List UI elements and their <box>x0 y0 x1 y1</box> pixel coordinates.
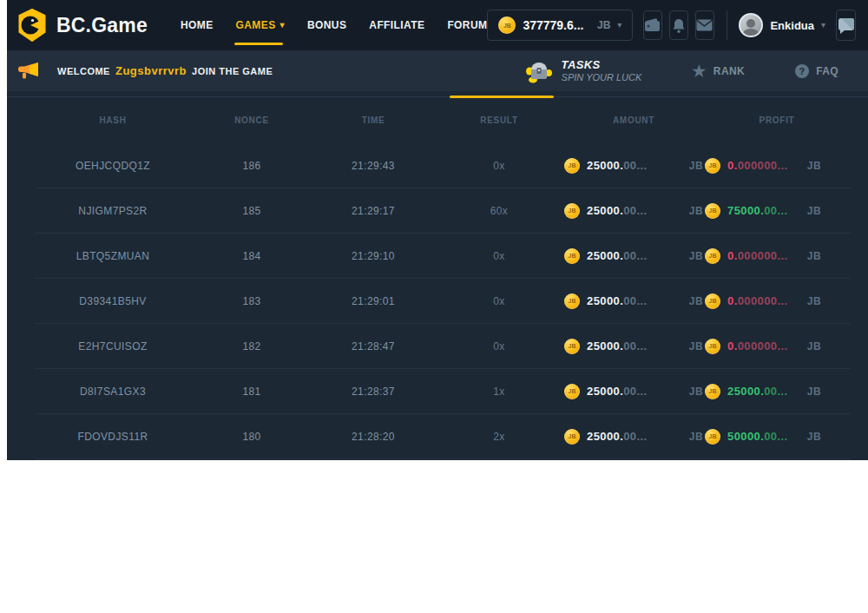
wallet-icon <box>644 17 661 33</box>
bet-nonce: 185 <box>191 205 312 217</box>
main-menu: HOME GAMES ▾ BONUS AFFILIATE FORUM <box>181 0 487 50</box>
star-icon: ★ <box>692 63 707 79</box>
wallet-button[interactable] <box>643 10 662 40</box>
tasks-button[interactable]: TASKS SPIN YOUR LUCK <box>525 59 642 83</box>
profit-int: 0. <box>727 339 738 353</box>
bet-result: 0x <box>434 295 564 307</box>
coin-letters: JB <box>569 343 576 349</box>
chat-toggle-button[interactable] <box>836 10 856 41</box>
bet-nonce: 184 <box>191 250 312 262</box>
nav-item-home[interactable]: HOME <box>181 0 214 50</box>
amount-value: 25000.00... <box>587 249 647 262</box>
amount-int: 25000. <box>587 339 623 353</box>
coin-letters: JB <box>503 23 511 29</box>
welcome-line: WELCOME Zugsbvrrvrb JOIN THE GAME <box>57 64 273 77</box>
messages-button[interactable] <box>695 10 714 40</box>
profit-unit: JB <box>807 386 821 398</box>
username: Enkidua <box>770 19 814 32</box>
jb-coin-icon: JB <box>564 384 580 399</box>
profit-int: 25000. <box>727 385 764 398</box>
rank-button[interactable]: ★ RANK <box>692 63 745 79</box>
nav-item-games[interactable]: GAMES ▾ <box>236 0 285 50</box>
bet-profit: JB 25000.00... JB <box>703 384 851 399</box>
amount-dec: 00... <box>623 294 647 307</box>
chevron-down-icon: ▾ <box>821 21 825 30</box>
chat-icon <box>838 16 855 34</box>
bet-result: 0x <box>434 250 564 262</box>
notifications-button[interactable] <box>669 10 688 40</box>
bet-nonce: 180 <box>191 431 312 443</box>
bet-amount: JB 25000.00... JB <box>564 339 703 354</box>
bet-hash: E2H7CUISOZ <box>35 340 191 353</box>
profit-dec: 000000... <box>738 159 788 172</box>
table-row[interactable]: E2H7CUISOZ 182 21:28:47 0x JB 25000.00..… <box>35 324 851 369</box>
profit-dec: 000000... <box>738 294 788 307</box>
bet-time: 21:28:47 <box>312 340 434 353</box>
faq-button[interactable]: ? FAQ <box>795 64 838 78</box>
table-row[interactable]: FDOVDJS11R 180 21:28:20 2x JB 25000.00..… <box>35 414 851 459</box>
profit-int: 75000. <box>727 204 764 217</box>
coin-letters: JB <box>709 208 717 214</box>
profit-unit: JB <box>807 431 821 443</box>
amount-int: 25000. <box>587 294 623 307</box>
jb-coin-icon: JB <box>705 293 720 309</box>
nav-home-label: HOME <box>181 19 214 31</box>
nav-item-bonus[interactable]: BONUS <box>307 0 346 50</box>
profit-unit: JB <box>807 340 821 353</box>
table-row[interactable]: LBTQ5ZMUAN 184 21:29:10 0x JB 25000.00..… <box>35 234 851 279</box>
logo[interactable]: BC.Game <box>16 9 148 42</box>
amount-unit: JB <box>689 160 703 172</box>
profit-unit: JB <box>807 160 821 172</box>
bet-nonce: 186 <box>191 160 312 172</box>
profit-value: 0.000000... <box>727 159 787 172</box>
amount-int: 25000. <box>587 204 623 217</box>
table-row[interactable]: D39341B5HV 183 21:29:01 0x JB 25000.00..… <box>35 279 851 324</box>
profit-int: 50000. <box>727 430 764 443</box>
coin-letters: JB <box>569 162 576 168</box>
active-tab-underline <box>234 43 283 45</box>
nav-item-affiliate[interactable]: AFFILIATE <box>369 0 424 50</box>
profit-value: 0.000000... <box>727 294 787 307</box>
amount-dec: 00... <box>623 430 647 443</box>
jb-coin-icon: JB <box>498 16 516 34</box>
profit-value: 25000.00... <box>727 385 787 398</box>
mail-icon <box>696 19 713 31</box>
user-menu[interactable]: Enkidua ▾ <box>739 13 825 37</box>
amount-unit: JB <box>689 250 703 262</box>
bet-result: 60x <box>434 205 564 217</box>
bet-profit: JB 0.000000... JB <box>703 158 851 174</box>
amount-value: 25000.00... <box>587 430 647 443</box>
coin-letters: JB <box>569 208 576 214</box>
amount-dec: 00... <box>623 159 647 172</box>
profit-dec: 000000... <box>738 249 788 262</box>
table-row[interactable]: OEHJCQDQ1Z 186 21:29:43 0x JB 25000.00..… <box>35 143 851 188</box>
amount-value: 25000.00... <box>587 385 647 398</box>
bet-time: 21:28:20 <box>312 431 434 443</box>
bet-amount: JB 25000.00... JB <box>564 293 703 309</box>
jb-coin-icon: JB <box>564 293 580 309</box>
nav-item-forum[interactable]: FORUM <box>447 0 487 50</box>
currency-label: JB <box>597 19 610 31</box>
welcome-username[interactable]: Zugsbvrrvrb <box>115 64 187 77</box>
avatar <box>739 13 763 37</box>
chevron-down-icon: ▾ <box>280 21 285 30</box>
bet-nonce: 182 <box>191 340 312 353</box>
selected-tab-indicator <box>450 96 554 98</box>
table-row[interactable]: D8I7SA1GX3 181 21:28:37 1x JB 25000.00..… <box>35 369 851 414</box>
table-row[interactable]: NJIGM7PS2R 185 21:29:17 60x JB 25000.00.… <box>35 188 851 234</box>
amount-int: 25000. <box>587 385 623 398</box>
coin-letters: JB <box>709 343 717 349</box>
coin-letters: JB <box>569 298 576 304</box>
bell-icon <box>671 17 687 34</box>
amount-int: 25000. <box>587 159 623 172</box>
bet-profit: JB 0.000000... JB <box>703 248 851 264</box>
amount-dec: 00... <box>623 249 647 262</box>
nav-divider <box>727 10 727 40</box>
column-time: TIME <box>312 115 434 125</box>
coin-letters: JB <box>569 433 576 439</box>
balance-selector[interactable]: JB 377779.6... JB ▾ <box>487 10 633 41</box>
jb-coin-icon: JB <box>705 384 720 399</box>
profit-value: 75000.00... <box>727 204 787 217</box>
welcome-prefix: WELCOME <box>57 66 110 76</box>
amount-unit: JB <box>689 386 703 398</box>
